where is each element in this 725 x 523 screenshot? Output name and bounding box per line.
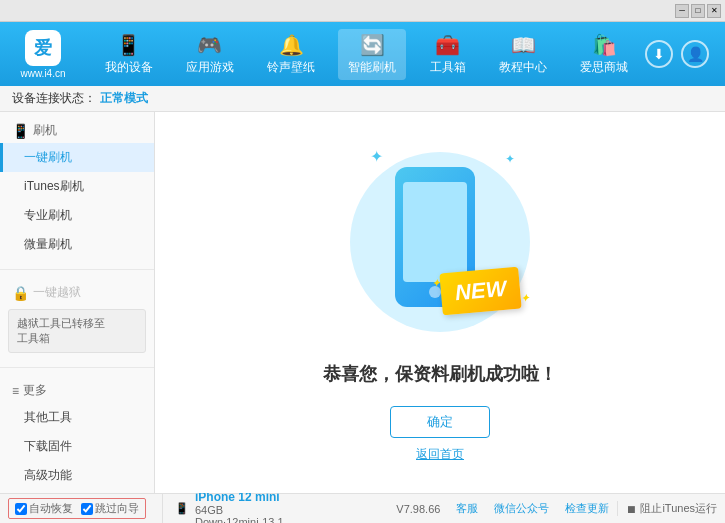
sidebar-divider-2 — [0, 367, 154, 368]
back-link[interactable]: 返回首页 — [416, 446, 464, 463]
sparkle-top-right: ✦ — [505, 152, 515, 166]
my-device-icon: 📱 — [116, 33, 141, 57]
smart-flash-icon: 🔄 — [360, 33, 385, 57]
window-controls[interactable]: ─ □ ✕ — [675, 4, 721, 18]
nav-items: 📱 我的设备 🎮 应用游戏 🔔 铃声壁纸 🔄 智能刷机 🧰 工具箱 📖 教程中心… — [88, 29, 645, 80]
wechat-link[interactable]: 微信公众号 — [494, 501, 549, 516]
app-logo: 爱 www.i4.cn — [8, 30, 78, 79]
auto-restore-checkbox-group[interactable]: 自动恢复 — [15, 501, 73, 516]
sidebar-item-advanced[interactable]: 高级功能 — [0, 461, 154, 490]
ai-city-icon: 🛍️ — [592, 33, 617, 57]
nav-item-toolbox[interactable]: 🧰 工具箱 — [420, 29, 476, 80]
minimize-button[interactable]: ─ — [675, 4, 689, 18]
confirm-button[interactable]: 确定 — [390, 406, 490, 438]
bottom-bar: 自动恢复 跳过向导 📱 iPhone 12 mini 64GB Down·12m… — [0, 493, 725, 523]
close-button[interactable]: ✕ — [707, 4, 721, 18]
skip-wizard-checkbox[interactable] — [81, 503, 93, 515]
nav-bar: 爱 www.i4.cn 📱 我的设备 🎮 应用游戏 🔔 铃声壁纸 🔄 智能刷机 … — [0, 22, 725, 86]
nav-item-smart-flash[interactable]: 🔄 智能刷机 — [338, 29, 406, 80]
user-button[interactable]: 👤 — [681, 40, 709, 68]
bottom-device-info: 📱 iPhone 12 mini 64GB Down·12mini-13,1 — [163, 490, 396, 524]
logo-icon: 爱 — [25, 30, 61, 66]
maximize-button[interactable]: □ — [691, 4, 705, 18]
service-link[interactable]: 客服 — [456, 501, 478, 516]
sidebar-item-micro-flash[interactable]: 微量刷机 — [0, 230, 154, 259]
stop-itunes-button[interactable]: ⏹ 阻止iTunes运行 — [617, 501, 717, 516]
sidebar-jailbreak-header: 🔒 一键越狱 — [0, 280, 154, 305]
sidebar-divider-1 — [0, 269, 154, 270]
nav-item-ai-city[interactable]: 🛍️ 爱思商城 — [570, 29, 638, 80]
apps-games-icon: 🎮 — [197, 33, 222, 57]
nav-item-tutorials[interactable]: 📖 教程中心 — [489, 29, 557, 80]
sidebar-section-more: ≡ 更多 其他工具 下载固件 高级功能 — [0, 372, 154, 493]
download-button[interactable]: ⬇ — [645, 40, 673, 68]
sidebar-item-other-tools[interactable]: 其他工具 — [0, 403, 154, 432]
version-text: V7.98.66 — [396, 503, 440, 515]
device-storage: 64GB — [195, 504, 284, 516]
checkbox-container: 自动恢复 跳过向导 — [8, 498, 146, 519]
sidebar: 📱 刷机 一键刷机 iTunes刷机 专业刷机 微量刷机 🔒 一键越狱 — [0, 112, 155, 493]
content-area: ✦ ✦ NEW 恭喜您，保资料刷机成功啦！ 确定 返回首页 — [155, 112, 725, 493]
jailbreak-icon: 🔒 — [12, 285, 29, 301]
sidebar-more-header: ≡ 更多 — [0, 378, 154, 403]
auto-restore-label: 自动恢复 — [29, 501, 73, 516]
sidebar-flash-header: 📱 刷机 — [0, 118, 154, 143]
update-button[interactable]: 检查更新 — [565, 501, 609, 516]
title-bar: ─ □ ✕ — [0, 0, 725, 22]
sidebar-item-pro-flash[interactable]: 专业刷机 — [0, 201, 154, 230]
sparkle-top-left: ✦ — [370, 147, 383, 166]
status-value: 正常模式 — [100, 90, 148, 107]
sidebar-item-download-firmware[interactable]: 下载固件 — [0, 432, 154, 461]
sidebar-item-one-click-flash[interactable]: 一键刷机 — [0, 143, 154, 172]
tutorials-icon: 📖 — [511, 33, 536, 57]
more-icon: ≡ — [12, 384, 19, 398]
toolbox-icon: 🧰 — [435, 33, 460, 57]
success-text: 恭喜您，保资料刷机成功啦！ — [323, 362, 557, 386]
device-phone-icon: 📱 — [175, 502, 189, 515]
bottom-right: V7.98.66 客服 微信公众号 检查更新 — [396, 501, 617, 516]
stop-itunes-icon: ⏹ — [626, 503, 637, 515]
nav-item-ringtones[interactable]: 🔔 铃声壁纸 — [257, 29, 325, 80]
auto-restore-checkbox[interactable] — [15, 503, 27, 515]
flash-section-icon: 📱 — [12, 123, 29, 139]
sidebar-section-flash: 📱 刷机 一键刷机 iTunes刷机 专业刷机 微量刷机 — [0, 112, 154, 265]
main-content: 📱 刷机 一键刷机 iTunes刷机 专业刷机 微量刷机 🔒 一键越狱 — [0, 112, 725, 493]
bottom-left: 自动恢复 跳过向导 — [8, 494, 163, 523]
status-label: 设备连接状态： — [12, 90, 96, 107]
sidebar-section-jailbreak: 🔒 一键越狱 越狱工具已转移至工具箱 — [0, 274, 154, 363]
sidebar-item-itunes-flash[interactable]: iTunes刷机 — [0, 172, 154, 201]
skip-wizard-label: 跳过向导 — [95, 501, 139, 516]
status-bar: 设备连接状态： 正常模式 — [0, 86, 725, 112]
new-badge: NEW — [439, 267, 522, 316]
nav-right-buttons: ⬇ 👤 — [645, 40, 717, 68]
stop-itunes-label: 阻止iTunes运行 — [640, 501, 717, 516]
skip-wizard-checkbox-group[interactable]: 跳过向导 — [81, 501, 139, 516]
nav-item-apps-games[interactable]: 🎮 应用游戏 — [176, 29, 244, 80]
phone-illustration: ✦ ✦ NEW — [340, 142, 540, 342]
ringtones-icon: 🔔 — [279, 33, 304, 57]
sidebar-jailbreak-note: 越狱工具已转移至工具箱 — [8, 309, 146, 353]
logo-text: www.i4.cn — [20, 68, 65, 79]
device-version: Down·12mini-13,1 — [195, 516, 284, 524]
nav-item-my-device[interactable]: 📱 我的设备 — [95, 29, 163, 80]
phone-screen — [403, 182, 467, 282]
